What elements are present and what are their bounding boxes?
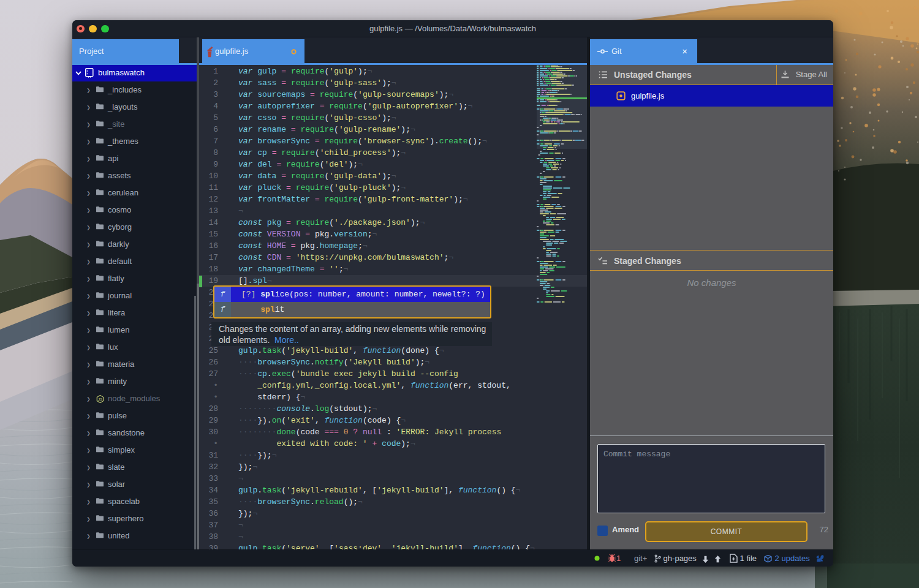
svg-text:JS: JS (98, 397, 102, 401)
